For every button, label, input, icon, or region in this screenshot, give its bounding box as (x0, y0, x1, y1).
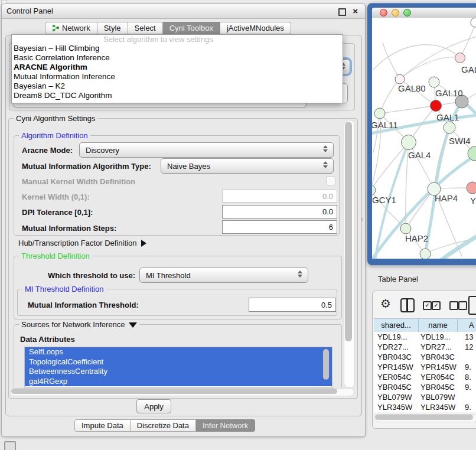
dropdown-item[interactable]: Dream8 DC_TDC Algorithm (12, 91, 343, 100)
attributes-list-scrollbar[interactable] (323, 349, 329, 380)
bottom-tabs: Impute DataDiscretize DataInfer Network (74, 419, 255, 432)
network-node[interactable] (431, 100, 442, 112)
settings-hscrollbar-thumb[interactable] (11, 389, 337, 394)
network-edge[interactable] (380, 79, 400, 113)
node-label: HAP4 (435, 193, 458, 203)
screen: Control Panel × NetworkStyleSelectCyni T… (0, 0, 476, 450)
mi-type-value: Naive Bayes (167, 162, 210, 171)
manual-kernel-checkbox[interactable] (326, 176, 335, 185)
table-cell: 12 (458, 342, 476, 352)
network-edge[interactable] (400, 57, 460, 79)
close-traffic-light[interactable] (380, 9, 387, 17)
zoom-traffic-light[interactable] (403, 9, 411, 17)
network-icon (52, 24, 60, 32)
dropdown-item[interactable]: Bayesian – Hill Climbing (12, 44, 343, 53)
column-header[interactable]: A (458, 319, 476, 332)
checked-box-icon-2[interactable]: ✓ (432, 301, 441, 310)
attribute-list-item[interactable]: BetweennessCentrality (25, 367, 332, 377)
table-cell: YBR045C (419, 382, 458, 392)
network-node[interactable] (372, 185, 376, 195)
data-attributes-list[interactable]: SelfLoopsTopologicalCoefficientBetweenne… (24, 347, 332, 388)
dropdown-item[interactable]: Basic Correlation Inference (12, 53, 343, 63)
table-cell: YBR043C (419, 352, 458, 362)
tab-network[interactable]: Network (45, 22, 97, 34)
apply-button[interactable]: Apply (136, 399, 171, 413)
tab-label: Impute Data (81, 421, 123, 430)
float-window-icon[interactable] (338, 8, 346, 16)
minimize-traffic-light[interactable] (392, 9, 399, 17)
network-node[interactable] (471, 18, 476, 27)
tab-jactivemnodules[interactable]: jActiveMNodules (220, 22, 291, 34)
node-label: SWI4 (449, 136, 471, 146)
tab-style[interactable]: Style (97, 22, 128, 34)
mi-type-label: Mutual Information Algorithm Type: (22, 162, 151, 171)
dpi-tolerance-label: DPI Tolerance [0,1]: (22, 208, 93, 217)
network-canvas[interactable]: GALGAL80GAL10GAL1GAL11SWI4GAL4GCY1HAP4YH… (372, 18, 476, 259)
hub-definition-label: Hub/Transcription Factor Definition (18, 239, 136, 247)
aracne-mode-combobox[interactable]: Discovery (79, 142, 334, 158)
subtab-discretize-data[interactable]: Discretize Data (131, 419, 196, 432)
table-cell: 9. (458, 402, 476, 412)
table-row[interactable]: YER054CYER054C8. (374, 372, 476, 382)
columns-icon[interactable] (400, 298, 415, 312)
table-header[interactable]: shared...nameA (374, 318, 476, 332)
network-edge[interactable] (460, 24, 475, 58)
network-node[interactable] (455, 53, 465, 63)
network-edge[interactable] (372, 142, 409, 190)
subtab-impute-data[interactable]: Impute Data (74, 419, 131, 432)
dpi-tolerance-field[interactable]: 0.0 (222, 205, 337, 219)
subtab-infer-network[interactable]: Infer Network (196, 419, 255, 432)
table-cell: 8. (458, 372, 476, 382)
column-header[interactable]: shared... (374, 319, 419, 332)
panel-divider-chevron-icon[interactable]: ‹ (361, 215, 363, 223)
checked-box-icon-1[interactable]: ✓ (423, 301, 432, 310)
spinner-down-icon (323, 165, 328, 168)
network-edge[interactable] (442, 236, 476, 259)
spinner-up-icon (323, 161, 328, 164)
attribute-list-item[interactable]: SelfLoops (25, 347, 332, 357)
document-icon[interactable] (468, 296, 476, 315)
kernel-width-field[interactable]: 0.0 (222, 190, 337, 203)
which-threshold-combobox[interactable]: MI Threshold (139, 268, 308, 283)
kernel-width-value: 0.0 (322, 192, 333, 201)
hub-definition-expander[interactable]: Hub/Transcription Factor Definition (18, 239, 146, 247)
network-node[interactable] (429, 77, 439, 87)
unchecked-box-icon-2[interactable] (458, 301, 467, 310)
network-edge[interactable] (380, 106, 436, 113)
float-panel-icon[interactable] (4, 441, 16, 450)
gear-icon[interactable]: ⚙ (380, 298, 391, 309)
network-node[interactable] (467, 182, 476, 194)
network-edge[interactable] (409, 142, 434, 189)
mi-steps-field[interactable]: 6 (222, 220, 337, 234)
tab-select[interactable]: Select (128, 22, 163, 34)
unchecked-box-icon-1[interactable] (449, 301, 458, 310)
table-row[interactable]: YBR045CYBR045C9. (374, 382, 476, 392)
dropdown-item[interactable]: Bayesian – K2 (12, 81, 343, 91)
settings-vscrollbar-thumb[interactable] (345, 122, 352, 341)
network-node[interactable] (420, 249, 431, 259)
network-node[interactable] (395, 74, 405, 84)
mi-threshold-field[interactable]: 0.5 (249, 298, 336, 312)
control-panel-titlebar: Control Panel × (2, 4, 365, 19)
mi-type-combobox[interactable]: Naive Bayes (161, 158, 334, 174)
table-row[interactable]: YBL079WYBL079W (374, 392, 476, 402)
attribute-list-item[interactable]: TopologicalCoefficient (25, 357, 332, 367)
network-edge[interactable] (383, 43, 400, 79)
network-node[interactable] (400, 223, 411, 234)
table-row[interactable]: YDR27...YDR27...12 (374, 342, 476, 352)
table-hscrollbar-thumb[interactable] (375, 415, 473, 420)
network-node[interactable] (402, 135, 416, 150)
table-row[interactable]: YPR145WYPR145W9. (374, 362, 476, 372)
dropdown-item[interactable]: Mutual Information Inference (12, 72, 343, 81)
tab-cyni-toolbox[interactable]: Cyni Toolbox (163, 22, 220, 34)
table-panel: ⚙ ✓ ✓ shared...nameA YDL19...YDL19...13Y… (372, 291, 476, 429)
dropdown-item[interactable]: ARACNE Algorithm (12, 63, 343, 72)
table-row[interactable]: YBR043CYBR043C (374, 352, 476, 362)
column-header[interactable]: name (419, 319, 458, 332)
close-icon[interactable]: × (353, 6, 358, 17)
network-node[interactable] (444, 122, 455, 133)
table-row[interactable]: YLR345WYLR345W9. (374, 402, 476, 412)
attribute-list-item[interactable]: gal4RGexp (25, 377, 332, 387)
network-node[interactable] (374, 108, 385, 119)
table-row[interactable]: YDL19...YDL19...13 (374, 332, 476, 342)
